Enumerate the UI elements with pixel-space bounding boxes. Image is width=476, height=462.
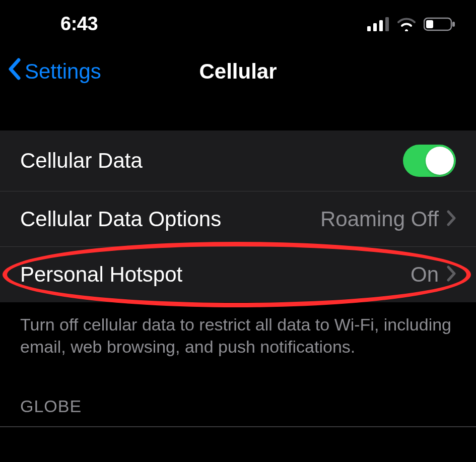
row-trailing: Roaming Off: [320, 207, 456, 231]
cellular-data-row[interactable]: Cellular Data: [0, 130, 476, 191]
section-footer-text: Turn off cellular data to restrict all d…: [0, 302, 476, 369]
svg-rect-6: [426, 20, 433, 28]
settings-section: Cellular Data Cellular Data Options Roam…: [0, 130, 476, 302]
back-label: Settings: [25, 59, 101, 84]
status-icons: [367, 17, 456, 31]
svg-rect-0: [367, 26, 371, 31]
status-bar: 6:43: [0, 0, 476, 45]
battery-icon: [424, 17, 456, 31]
toggle-knob: [426, 147, 454, 175]
personal-hotspot-label: Personal Hotspot: [20, 262, 182, 287]
svg-rect-5: [452, 22, 455, 27]
divider: [0, 426, 476, 427]
personal-hotspot-row[interactable]: Personal Hotspot On: [0, 247, 476, 302]
cellular-data-options-value: Roaming Off: [320, 207, 439, 231]
wifi-icon: [396, 17, 417, 31]
chevron-left-icon: [8, 58, 23, 85]
cellular-data-label: Cellular Data: [20, 149, 143, 173]
cellular-data-options-label: Cellular Data Options: [20, 207, 221, 231]
svg-rect-1: [373, 23, 377, 31]
personal-hotspot-value: On: [411, 262, 439, 287]
back-button[interactable]: Settings: [8, 58, 101, 85]
row-trailing: On: [411, 262, 456, 287]
chevron-right-icon: [447, 266, 456, 284]
status-time: 6:43: [20, 13, 98, 35]
nav-header: Settings Cellular: [0, 45, 476, 105]
cellular-data-options-row[interactable]: Cellular Data Options Roaming Off: [0, 191, 476, 247]
cellular-signal-icon: [367, 17, 389, 31]
chevron-right-icon: [447, 210, 456, 228]
cellular-data-toggle[interactable]: [403, 145, 456, 177]
svg-rect-3: [385, 17, 389, 31]
svg-rect-2: [379, 20, 383, 31]
carrier-section-header: GLOBE: [0, 369, 476, 422]
